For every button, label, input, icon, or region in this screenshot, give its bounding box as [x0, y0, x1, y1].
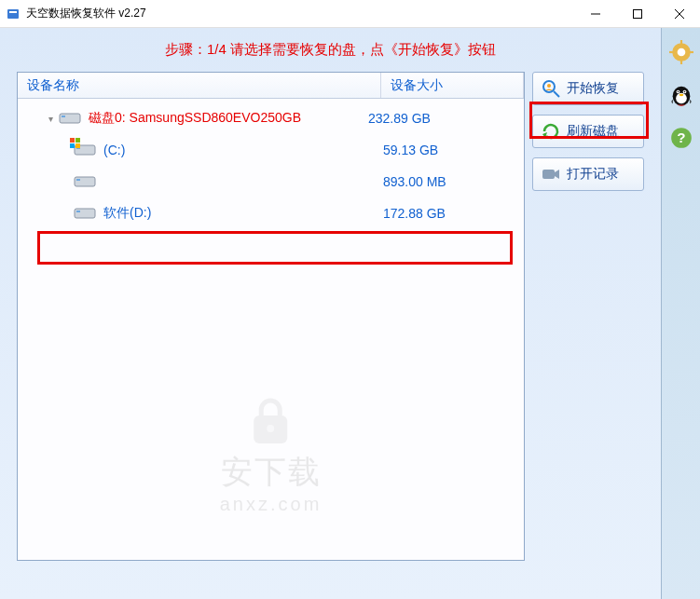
step-instruction: 步骤：1/4 请选择需要恢复的盘，点《开始恢复》按钮	[17, 41, 644, 59]
svg-rect-16	[75, 209, 95, 218]
partition-size: 893.00 MB	[383, 174, 446, 189]
svg-rect-28	[679, 40, 681, 44]
svg-point-27	[677, 48, 685, 57]
button-label: 开始恢复	[567, 80, 619, 97]
svg-rect-10	[70, 138, 75, 143]
svg-rect-6	[60, 114, 80, 123]
partition-size: 59.13 GB	[383, 143, 438, 157]
svg-rect-3	[633, 9, 641, 18]
svg-rect-12	[70, 143, 75, 148]
qq-contact-button[interactable]	[666, 80, 696, 110]
refresh-icon	[541, 121, 561, 142]
partition-label: 软件(D:)	[103, 205, 383, 222]
disk-label: 磁盘0: SamsungSSD860EVO250GB	[89, 110, 368, 127]
settings-gear-button[interactable]	[666, 37, 696, 67]
disk-row[interactable]: ▾ 磁盘0: SamsungSSD860EVO250GB 232.89 GB	[18, 102, 524, 134]
svg-rect-24	[542, 170, 555, 179]
chevron-down-icon[interactable]: ▾	[44, 114, 57, 124]
open-log-button[interactable]: 打开记录	[532, 157, 644, 191]
svg-rect-17	[76, 211, 80, 212]
partition-row[interactable]: 893.00 MB	[18, 166, 524, 197]
button-label: 刷新磁盘	[567, 123, 619, 140]
svg-rect-13	[75, 143, 80, 148]
disk-icon	[59, 110, 81, 127]
device-panel: 设备名称 设备大小 ▾ 磁盘0: SamsungSSD860EVO250GB 2…	[17, 72, 525, 561]
svg-point-19	[268, 425, 275, 432]
partition-label: (C:)	[103, 143, 383, 157]
svg-point-38	[679, 94, 683, 96]
partition-row[interactable]: 软件(D:) 172.88 GB	[18, 197, 524, 229]
svg-rect-15	[76, 179, 80, 181]
svg-line-21	[554, 91, 559, 97]
close-button[interactable]	[658, 0, 700, 27]
watermark-text: 安下载	[220, 451, 323, 494]
actions-column: 开始恢复 刷新磁盘 打开记录	[532, 72, 644, 561]
window-controls	[574, 0, 700, 27]
titlebar: 天空数据恢复软件 v2.27	[0, 0, 700, 28]
svg-rect-11	[75, 138, 80, 143]
svg-point-22	[547, 84, 551, 88]
start-recover-button[interactable]: 开始恢复	[532, 72, 644, 105]
disk-size: 232.89 GB	[368, 111, 431, 126]
watermark-url: anxz.com	[220, 494, 323, 515]
minimize-button[interactable]	[574, 0, 616, 27]
svg-rect-30	[669, 51, 673, 53]
windows-badge-icon	[70, 138, 81, 149]
watermark: 安下载 anxz.com	[220, 397, 323, 515]
svg-rect-18	[254, 415, 288, 443]
window-title: 天空数据恢复软件 v2.27	[26, 6, 574, 21]
help-button[interactable]: ?	[666, 123, 696, 153]
svg-rect-31	[689, 51, 693, 53]
svg-rect-7	[62, 116, 65, 117]
svg-rect-29	[679, 61, 681, 64]
button-label: 打开记录	[567, 166, 619, 183]
svg-point-37	[683, 91, 685, 93]
svg-rect-1	[9, 11, 17, 13]
svg-point-36	[677, 91, 679, 93]
table-header: 设备名称 设备大小	[18, 73, 524, 99]
drive-icon	[74, 205, 96, 222]
app-icon	[6, 7, 21, 21]
svg-marker-25	[555, 170, 559, 179]
svg-text:?: ?	[677, 129, 685, 145]
search-user-icon	[541, 78, 561, 99]
svg-rect-0	[7, 9, 19, 19]
partition-size: 172.88 GB	[383, 206, 446, 221]
main-area: 步骤：1/4 请选择需要恢复的盘，点《开始恢复》按钮 设备名称 设备大小 ▾ 磁…	[0, 28, 661, 599]
drive-icon	[74, 173, 96, 190]
partition-row[interactable]: (C:) 59.13 GB	[18, 134, 524, 166]
column-header-size[interactable]: 设备大小	[381, 73, 524, 98]
device-tree: ▾ 磁盘0: SamsungSSD860EVO250GB 232.89 GB	[18, 99, 524, 560]
column-header-name[interactable]: 设备名称	[18, 73, 381, 98]
svg-rect-14	[75, 177, 95, 186]
maximize-button[interactable]	[616, 0, 658, 27]
camera-icon	[541, 164, 561, 184]
drive-icon	[74, 142, 96, 158]
refresh-disk-button[interactable]: 刷新磁盘	[532, 115, 644, 148]
side-toolbar: ?	[661, 28, 700, 599]
